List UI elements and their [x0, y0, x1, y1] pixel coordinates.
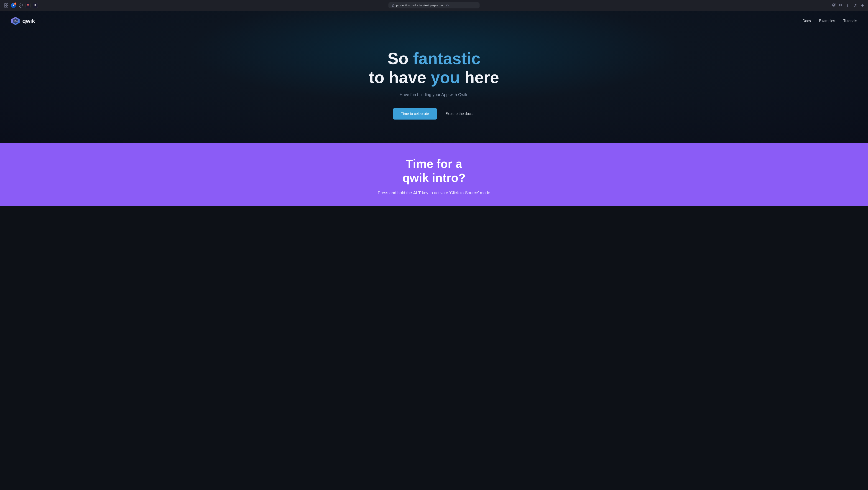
address-bar[interactable]: production.qwik-blog-test.pages.dev: [389, 2, 479, 8]
svg-point-7: [847, 5, 848, 6]
hero-title-line2: to have you here: [369, 68, 499, 87]
lock-icon: [392, 4, 394, 7]
svg-point-6: [847, 4, 848, 5]
more-icon[interactable]: [846, 3, 850, 7]
celebrate-button[interactable]: Time to celebrate: [393, 108, 437, 120]
hero-section: qwik Docs Examples Tutorials So fantasti…: [0, 11, 868, 143]
page: qwik Docs Examples Tutorials So fantasti…: [0, 11, 868, 206]
window-manager-icon[interactable]: [4, 3, 9, 8]
add-tab-icon[interactable]: [861, 4, 864, 7]
svg-rect-0: [4, 4, 6, 5]
svg-rect-3: [6, 6, 8, 7]
superhuman-icon[interactable]: M: [26, 3, 31, 8]
browser-right-controls: [832, 3, 864, 8]
explore-docs-button[interactable]: Explore the docs: [443, 108, 475, 120]
logo[interactable]: qwik: [11, 17, 35, 26]
url-text: production.qwik-blog-test.pages.dev: [396, 4, 443, 7]
pockyt-icon[interactable]: P: [33, 3, 38, 8]
browser-chrome: 1 1 M P: [0, 0, 868, 11]
nav-docs[interactable]: Docs: [803, 19, 811, 23]
purple-section: Time for a qwik intro? Press and hold th…: [0, 143, 868, 206]
navbar: qwik Docs Examples Tutorials: [0, 11, 868, 31]
ssl-icon: [446, 4, 448, 7]
1password-icon[interactable]: 1 1: [11, 3, 16, 8]
svg-rect-2: [4, 6, 6, 7]
hero-subtitle: Have fun building your App with Qwik.: [400, 92, 468, 97]
logo-text: qwik: [22, 18, 35, 25]
nav-links: Docs Examples Tutorials: [803, 19, 857, 23]
svg-rect-5: [446, 5, 448, 6]
shield-icon[interactable]: [18, 3, 23, 8]
audio-icon[interactable]: [839, 3, 842, 8]
hero-title-line1: So fantastic: [388, 50, 480, 68]
qwik-logo-icon: [11, 17, 20, 26]
nav-tutorials[interactable]: Tutorials: [843, 19, 857, 23]
svg-rect-4: [392, 5, 394, 7]
svg-point-8: [847, 6, 848, 7]
badge: 1: [14, 2, 17, 5]
browser-left-icons: 1 1 M P: [4, 3, 38, 8]
share-icon[interactable]: [854, 4, 858, 7]
hero-content: So fantastic to have you here Have fun b…: [0, 31, 868, 138]
hero-title: So fantastic to have you here: [369, 49, 499, 87]
purple-section-title: Time for a qwik intro?: [402, 157, 465, 185]
reload-icon[interactable]: [832, 3, 836, 8]
nav-examples[interactable]: Examples: [819, 19, 835, 23]
svg-rect-1: [6, 4, 8, 5]
hero-buttons: Time to celebrate Explore the docs: [393, 108, 475, 120]
purple-section-subtitle: Press and hold the ALT key to activate '…: [378, 191, 490, 195]
